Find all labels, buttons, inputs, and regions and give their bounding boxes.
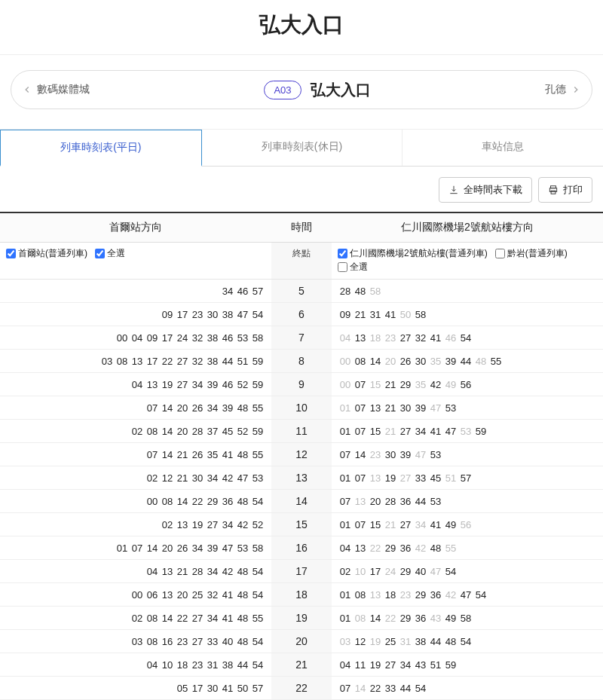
- filter-option[interactable]: 黔岩(普通列車): [495, 247, 568, 260]
- minute: 55: [250, 613, 265, 624]
- minute-list: 010713192733455157: [338, 472, 597, 484]
- minute: 32: [413, 332, 428, 344]
- minute: 55: [488, 356, 504, 367]
- minute: 08: [145, 426, 160, 437]
- cell-left: 030816232733404854: [0, 630, 271, 653]
- minute-list: 09172330384754: [6, 309, 265, 320]
- minute: 13: [368, 402, 383, 414]
- cell-left: 01071420263439475358: [0, 536, 271, 560]
- minute: 20: [160, 543, 175, 554]
- minute: 48: [235, 449, 250, 460]
- minute: 20: [175, 589, 190, 601]
- cell-hour: 13: [271, 466, 332, 490]
- minute-list: 0714202634394855: [6, 402, 265, 414]
- minute: 14: [353, 449, 368, 460]
- filter-option[interactable]: 全選: [95, 247, 125, 260]
- tab-station-info[interactable]: 車站信息: [403, 130, 603, 166]
- minute: 15: [368, 426, 383, 437]
- minute: 14: [145, 543, 160, 554]
- prev-station[interactable]: 數碼媒體城: [22, 83, 90, 96]
- cell-left: 00040917243238465358: [0, 326, 271, 350]
- minute: 13: [353, 496, 368, 507]
- minute: 27: [205, 519, 220, 530]
- download-button[interactable]: 全時間表下載: [439, 177, 532, 203]
- cell-hour: 18: [271, 583, 332, 607]
- filter-option[interactable]: 全選: [338, 261, 368, 274]
- minute: 47: [413, 449, 428, 460]
- minute: 23: [368, 449, 383, 460]
- filter-checkbox[interactable]: [6, 249, 16, 258]
- minute: 07: [130, 543, 145, 554]
- minute: 44: [458, 356, 473, 367]
- minute: 59: [250, 356, 265, 367]
- cell-hour: 19: [271, 607, 332, 630]
- minute: 46: [220, 332, 235, 344]
- minute: 01: [115, 543, 130, 554]
- minute: 39: [413, 402, 428, 414]
- timetable-row: 0413192734394652599000715212935424956: [0, 373, 603, 396]
- minute: 27: [398, 472, 413, 484]
- minute: 19: [383, 472, 398, 484]
- minute: 14: [160, 449, 175, 460]
- filter-label: 黔岩(普通列車): [507, 247, 568, 260]
- minute-list: 041318232732414654: [338, 332, 597, 344]
- station-nav: 數碼媒體城 A03 弘大入口 孔德: [11, 70, 592, 109]
- cell-left: 0714202634394855: [0, 396, 271, 420]
- filter-checkbox[interactable]: [338, 249, 347, 258]
- tabs: 列車時刻表(平日) 列車時刻表(休日) 車站信息: [0, 129, 603, 167]
- filter-option[interactable]: 首爾站(普通列車): [6, 247, 87, 260]
- filter-checkbox[interactable]: [95, 249, 105, 258]
- minute: 59: [250, 426, 265, 437]
- timetable-row: 0714202634394855100107132130394753: [0, 396, 603, 420]
- minute: 13: [368, 589, 383, 601]
- minute: 07: [145, 449, 160, 460]
- minute: 28: [383, 496, 398, 507]
- minute: 28: [338, 286, 353, 297]
- minute: 39: [220, 402, 235, 414]
- minute: 34: [205, 613, 220, 624]
- minute: 06: [145, 589, 160, 601]
- minute: 25: [190, 589, 205, 601]
- cell-hour: 15: [271, 513, 332, 536]
- minute: 54: [250, 659, 265, 671]
- minute: 31: [398, 636, 413, 647]
- minute-list: 0411192734435159: [338, 659, 597, 671]
- print-button[interactable]: 打印: [538, 177, 592, 203]
- minute: 02: [145, 472, 160, 484]
- tab-weekday[interactable]: 列車時刻表(平日): [0, 130, 202, 167]
- minute: 04: [338, 332, 353, 344]
- minute: 58: [368, 286, 383, 297]
- filter-checkbox[interactable]: [495, 249, 505, 258]
- tab-holiday[interactable]: 列車時刻表(休日): [202, 130, 403, 166]
- minute: 48: [235, 402, 250, 414]
- minute: 53: [428, 496, 443, 507]
- minute: 44: [428, 636, 443, 647]
- minute-list: 344657: [6, 286, 265, 297]
- minute-list: 01071521273441475359: [338, 426, 597, 437]
- minute: 19: [368, 659, 383, 671]
- timetable: 首爾站方向 時間 仁川國際機場2號航站樓方向 首爾站(普通列車)全選 終點 仁川…: [0, 212, 603, 700]
- minute: 08: [353, 356, 368, 367]
- cell-hour: 10: [271, 396, 332, 420]
- minute: 17: [145, 356, 160, 367]
- minute: 04: [145, 659, 160, 671]
- minute: 58: [458, 613, 473, 624]
- minute: 25: [383, 636, 398, 647]
- minute: 54: [458, 332, 473, 344]
- minute: 30: [398, 402, 413, 414]
- filter-checkbox[interactable]: [338, 262, 347, 272]
- minute-list: 0008142229364854: [6, 496, 265, 507]
- filters-right: 仁川國際機場2號航站樓(普通列車)黔岩(普通列車)全選: [332, 243, 603, 280]
- minute: 40: [413, 566, 428, 577]
- minute: 58: [250, 332, 265, 344]
- minute: 21: [175, 566, 190, 577]
- cell-left: 020814222734414855: [0, 607, 271, 630]
- minute: 56: [458, 519, 473, 530]
- minute: 34: [413, 519, 428, 530]
- minute: 58: [413, 309, 428, 320]
- minute: 34: [220, 519, 235, 530]
- minute: 29: [398, 566, 413, 577]
- minute: 02: [130, 613, 145, 624]
- next-station[interactable]: 孔德: [545, 83, 581, 96]
- filter-option[interactable]: 仁川國際機場2號航站樓(普通列車): [338, 247, 488, 260]
